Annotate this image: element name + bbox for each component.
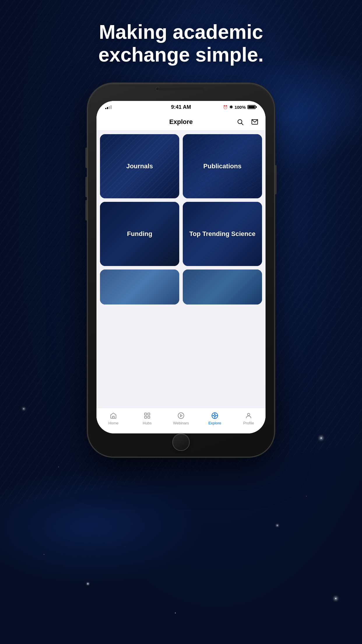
battery-icon — [247, 105, 257, 109]
signal-bar-3 — [109, 106, 110, 109]
page-title: Explore — [169, 118, 193, 126]
tab-profile-label: Profile — [243, 421, 254, 425]
grid-row-1: Journals Publications — [100, 134, 262, 198]
profile-icon — [245, 412, 253, 420]
svg-point-8 — [178, 413, 184, 419]
top-trending-science-card[interactable]: Top Trending Science — [183, 202, 262, 266]
svg-rect-5 — [148, 413, 150, 415]
tab-bar: Home Hubs — [96, 408, 266, 433]
extra1-card-bg — [100, 270, 179, 304]
alarm-icon: ⏰ — [223, 105, 228, 109]
search-button[interactable] — [235, 117, 245, 127]
phone-home-button[interactable] — [172, 433, 190, 451]
explore-grid: Journals Publications Funding — [96, 131, 266, 408]
trending-card-label: Top Trending Science — [183, 202, 262, 266]
tab-explore-label: Explore — [208, 421, 221, 425]
extra-card-2[interactable] — [183, 270, 262, 304]
tab-webinars-label: Webinars — [173, 421, 189, 425]
tab-hubs[interactable]: Hubs — [130, 412, 164, 425]
signal-bar-4 — [110, 105, 112, 109]
status-left — [105, 105, 112, 109]
funding-card-label: Funding — [100, 202, 179, 266]
headline: Making academic exchange simple. — [75, 20, 287, 66]
tab-profile[interactable]: Profile — [232, 412, 266, 425]
nav-header-icons — [235, 117, 260, 127]
journals-card[interactable]: Journals — [100, 134, 179, 198]
svg-line-1 — [242, 123, 243, 125]
webinars-icon — [177, 412, 185, 420]
extra-card-1[interactable] — [100, 270, 179, 304]
nav-header: Explore — [96, 113, 266, 131]
status-right: ⏰ ✱ 100% — [223, 105, 257, 110]
battery-percent: 100% — [235, 105, 246, 110]
svg-marker-9 — [180, 414, 182, 417]
signal-bar-2 — [107, 107, 108, 109]
status-bar: 9:41 AM ⏰ ✱ 100% — [96, 101, 266, 113]
mail-icon — [251, 118, 258, 125]
bluetooth-icon: ✱ — [229, 105, 233, 109]
tab-explore[interactable]: Explore — [198, 412, 232, 425]
explore-icon — [211, 412, 219, 420]
tab-home-label: Home — [108, 421, 119, 425]
phone-screen: 9:41 AM ⏰ ✱ 100% — [96, 101, 266, 433]
svg-rect-4 — [145, 413, 147, 415]
journals-card-label: Journals — [100, 134, 179, 198]
grid-row-3 — [100, 270, 262, 304]
home-icon — [109, 412, 117, 420]
publications-card-label: Publications — [183, 134, 262, 198]
grid-row-2: Funding Top Trending Science — [100, 202, 262, 266]
search-icon — [237, 118, 244, 125]
publications-card[interactable]: Publications — [183, 134, 262, 198]
tab-home[interactable]: Home — [96, 412, 130, 425]
status-time: 9:41 AM — [171, 104, 191, 110]
messages-button[interactable] — [250, 117, 260, 127]
phone-speaker — [158, 88, 204, 90]
extra2-card-bg — [183, 270, 262, 304]
svg-point-16 — [247, 413, 250, 416]
phone-shell: 9:41 AM ⏰ ✱ 100% — [88, 83, 274, 457]
svg-rect-7 — [148, 416, 150, 418]
hubs-icon — [143, 412, 151, 420]
svg-rect-6 — [145, 416, 147, 418]
phone-device: 9:41 AM ⏰ ✱ 100% — [88, 83, 274, 457]
signal-bar-1 — [105, 108, 106, 109]
app-container: 9:41 AM ⏰ ✱ 100% — [96, 101, 266, 433]
signal-bars — [105, 105, 112, 109]
svg-rect-3 — [113, 416, 114, 418]
tab-hubs-label: Hubs — [143, 421, 152, 425]
tab-webinars[interactable]: Webinars — [164, 412, 198, 425]
funding-card[interactable]: Funding — [100, 202, 179, 266]
